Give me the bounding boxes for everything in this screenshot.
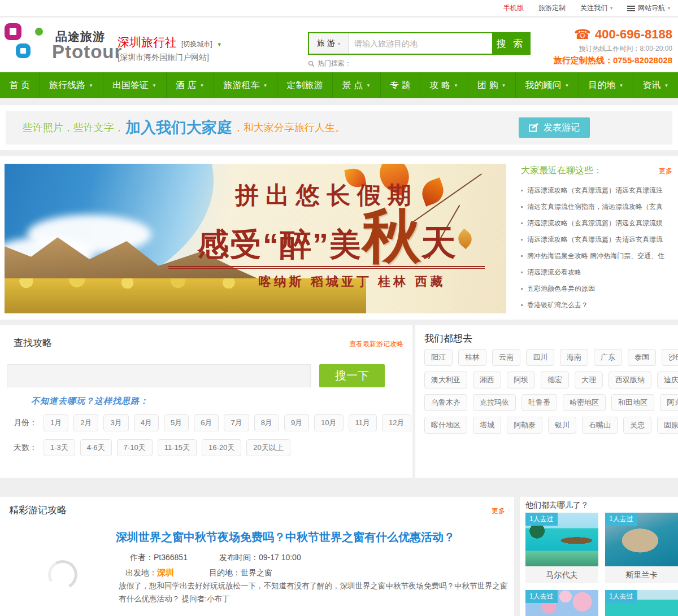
destination-tag[interactable]: 阿坝 [507,372,535,388]
nav-item-custom-tour[interactable]: 定制旅游 [277,72,333,98]
search-button[interactable]: 搜 索 [492,33,529,54]
destination-tag[interactable]: 云南 [492,349,520,366]
search-input[interactable] [349,33,492,54]
month-filter-button[interactable]: 7月 [224,414,249,431]
destination-tag[interactable]: 克拉玛依 [473,394,516,411]
destination-tag[interactable]: 阿勒泰 [507,417,542,434]
publish-journal-button[interactable]: 发表游记 [519,117,590,138]
journal-more-link[interactable]: 更多 [492,506,505,516]
destination-tag[interactable]: 吴忠 [623,417,651,434]
topbar-custom-link[interactable]: 旅游定制 [538,3,566,13]
days-filter-button[interactable]: 11-15天 [158,439,197,456]
list-item[interactable]: 五彩池颜色各异的原因 [521,281,672,297]
recent-chat-panel: 大家最近在聊这些： 更多 清远漂流攻略（玄真漂流篇）清远玄真漂流注 清远玄真漂流… [521,165,672,313]
recent-chat-more-link[interactable]: 更多 [659,167,672,176]
nav-item-guides[interactable]: 攻 略▼ [420,72,468,98]
nav-item-destinations[interactable]: 目的地▼ [579,72,633,98]
month-filter-button[interactable]: 9月 [284,414,309,431]
nav-item-hotel[interactable]: 酒 店▼ [167,72,214,98]
visited-card-srilanka[interactable]: 1人去过 斯里兰卡 [605,513,678,583]
bullet-icon [521,272,523,273]
destination-tag[interactable]: 阳江 [424,349,453,366]
list-item[interactable]: 清远漂流攻略（玄真漂流篇）清远玄真漂流注 [521,182,672,199]
list-item[interactable]: 香港银矿湾怎么去？ [521,297,672,313]
destination-tag[interactable]: 沙巴 [662,349,678,366]
hero-title-line2: 感受“醉”美 秋 天 [146,212,506,260]
month-filter-button[interactable]: 5月 [164,414,189,431]
month-filter-button[interactable]: 6月 [194,414,219,431]
destination-tag[interactable]: 迪庆 [657,372,678,388]
destination-tag[interactable]: 哈密地区 [563,394,606,411]
destination-tag[interactable]: 固原 [657,417,678,434]
destination-tag[interactable]: 银川 [548,417,576,434]
topbar-sitenav-link[interactable]: 网站导航 ▾ [627,3,670,13]
search-category-select[interactable]: 旅 游 ▾ [309,33,349,54]
visited-card[interactable]: 1人去过 [605,590,678,616]
topbar-mobile-link[interactable]: 手机版 [503,3,524,13]
logo[interactable]: 品途旅游 Ptotour [3,22,116,69]
destination-tag[interactable]: 桂林 [458,349,486,366]
month-filter-button[interactable]: 8月 [254,414,279,431]
nav-item-topics[interactable]: 专 题 [381,72,421,98]
destination-tag[interactable]: 喀什地区 [424,417,467,434]
chevron-down-icon[interactable]: ▼ [217,42,222,47]
hero-title-line1: 拼出悠长假期 [146,180,506,211]
month-filter-button[interactable]: 4月 [134,414,159,431]
destination-tag[interactable]: 海南 [560,349,588,366]
month-filter-button[interactable]: 3月 [103,414,128,431]
days-filter-button[interactable]: 20天以上 [246,439,290,456]
month-filter-button[interactable]: 1月 [44,414,68,431]
article-title-link[interactable]: 深圳世界之窗中秋节夜场免费吗？中秋节世界之窗有什么优惠活动？ [116,530,455,545]
destination-tag[interactable]: 和田地区 [611,394,654,411]
destination-tag[interactable]: 阿克苏区 [660,394,678,411]
days-filter-button[interactable]: 16-20天 [202,439,241,456]
destination-tag[interactable]: 湘西 [473,372,501,388]
destination-tag[interactable]: 吐鲁番 [521,394,557,411]
days-filter-button[interactable]: 7-10天 [117,439,153,456]
list-item[interactable]: 清远漂流攻略（玄真漂流篇）清远玄真漂流娱 [521,215,672,231]
nav-label: 我的顾问 [525,80,561,91]
destination-tag[interactable]: 大理 [575,372,603,388]
days-filter-button[interactable]: 1-3天 [44,439,75,456]
switch-city-link[interactable]: [切换城市] [181,40,212,49]
destination-tag[interactable]: 澳大利亚 [424,372,467,388]
loading-spinner-icon [45,557,81,593]
destination-tag[interactable]: 四川 [526,349,554,366]
destination-tag[interactable]: 广东 [594,349,622,366]
nav-item-visa[interactable]: 出国签证▼ [103,72,167,98]
latest-guides-link[interactable]: 查看最新游记攻略 [349,339,403,349]
nav-item-spots[interactable]: 景 点▼ [333,72,380,98]
nav-label: 首 页 [10,80,30,91]
month-filter-button[interactable]: 12月 [382,414,411,431]
phone-main: ☎ 400-696-8188 [554,27,672,42]
month-filter-button[interactable]: 11月 [349,414,377,431]
nav-item-routes[interactable]: 旅行线路▼ [40,72,103,98]
month-filter-button[interactable]: 10月 [314,414,343,431]
visited-badge: 1人去过 [525,590,558,603]
visited-card-maldives[interactable]: 1人去过 马尔代夫 [525,513,598,583]
days-filter-button[interactable]: 4-6天 [80,439,112,456]
hero-banner[interactable]: 拼出悠长假期 感受“醉”美 秋 天 喀纳斯 稻城亚丁 桂林 西藏 [5,164,506,313]
list-item[interactable]: 清远漂流必看攻略 [521,264,672,281]
destination-tag[interactable]: 泰国 [628,349,656,366]
nav-item-home[interactable]: 首 页 [0,72,40,98]
destination-tag[interactable]: 乌鲁木齐 [424,394,467,411]
nav-item-advisor[interactable]: 我的顾问▼ [516,72,579,98]
destination-tag[interactable]: 德宏 [541,372,569,388]
topbar-follow-link[interactable]: 关注我们 ▾ [580,3,612,13]
visited-card[interactable]: 1人去过 [525,590,598,616]
list-item[interactable]: 清远玄真漂流住宿指南，清远漂流攻略（玄真 [521,199,672,215]
nav-item-car[interactable]: 旅游租车▼ [214,72,277,98]
destination-tag[interactable]: 西双版纳 [609,372,651,388]
page: 手机版 旅游定制 关注我们 ▾ 网站导航 ▾ 品途旅游 Ptotour 深圳旅行… [0,0,678,616]
list-item[interactable]: 清远漂流攻略（玄真漂流篇）去清远玄真漂流 [521,231,672,248]
destination-tag[interactable]: 塔城 [473,417,501,434]
month-filter-button[interactable]: 2月 [73,414,98,431]
list-item[interactable]: 腾冲热海温泉全攻略 腾冲热海门票、交通、住 [521,248,672,264]
destination-tag[interactable]: 石嘴山 [582,417,618,434]
article-excerpt: 放假了，想和同学出去好好玩玩放松一下，不知道有没有了解的，深圳世界之窗中秋节夜场… [119,579,510,605]
nav-item-groupbuy[interactable]: 团 购▼ [468,72,516,98]
nav-item-news[interactable]: 资讯▼ [633,72,678,98]
guide-search-button[interactable]: 搜一下 [319,364,385,387]
guide-search-input[interactable] [7,364,311,387]
